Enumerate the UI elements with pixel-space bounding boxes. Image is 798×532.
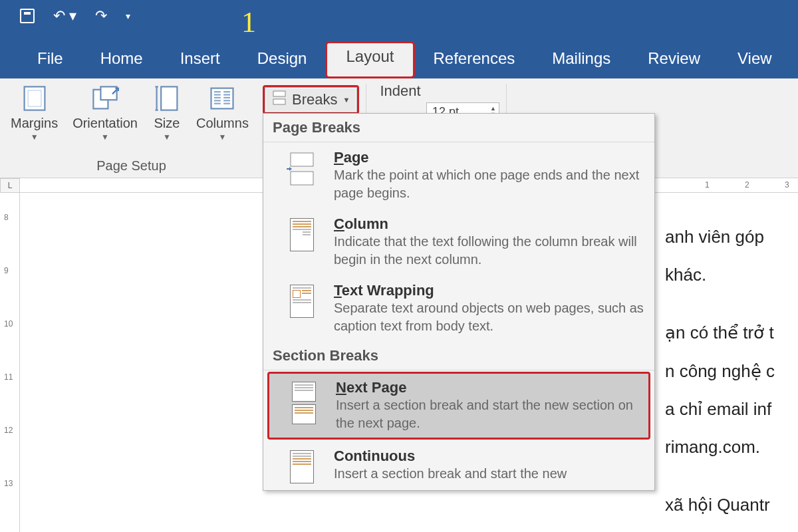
doc-line: khác.	[665, 256, 798, 294]
tab-layout[interactable]: Layout	[325, 41, 414, 78]
breaks-dropdown: Page Breaks Page Mark the point at which…	[263, 113, 655, 491]
menu-item-title: Text Wrapping	[334, 282, 645, 299]
menu-item-title: Page	[334, 149, 645, 166]
ribbon-tabs: File Home Insert Design Layout Reference…	[0, 32, 798, 78]
doc-line: a chỉ email inf	[665, 390, 798, 428]
breaks-button[interactable]: Breaks ▼	[265, 87, 357, 112]
size-icon	[152, 84, 182, 113]
vruler-tick: 9	[4, 266, 9, 275]
vertical-ruler[interactable]: 8 9 10 11 12 13	[0, 193, 20, 532]
svg-rect-19	[273, 91, 285, 96]
undo-button[interactable]: ↶ ▾	[53, 7, 76, 25]
redo-button[interactable]: ↷	[95, 7, 107, 25]
margins-icon	[20, 84, 49, 113]
doc-line: xã hội Quantr	[665, 486, 798, 524]
chevron-down-icon: ▼	[342, 96, 350, 104]
tab-home[interactable]: Home	[82, 40, 162, 78]
step2-highlight: Breaks ▼	[263, 85, 359, 114]
column-break-icon	[282, 215, 322, 269]
margins-button[interactable]: Margins ▼	[7, 82, 62, 143]
tab-references[interactable]: References	[415, 40, 534, 78]
page-break-icon	[282, 149, 322, 202]
breaks-item-continuous[interactable]: Continuous Insert a section break and st…	[263, 441, 654, 490]
menu-item-desc: Indicate that the text following the col…	[334, 233, 645, 269]
tab-mathtype[interactable]: MathType	[791, 40, 798, 78]
ruler-corner: L	[0, 178, 20, 193]
vruler-tick: 11	[4, 372, 13, 382]
margins-label: Margins	[11, 116, 58, 131]
orientation-button[interactable]: Orientation ▼	[68, 82, 142, 143]
next-page-section-icon	[284, 379, 324, 432]
breaks-section-header: Section Breaks	[263, 342, 654, 370]
size-button[interactable]: Size ▼	[148, 82, 186, 143]
chevron-down-icon: ▼	[163, 132, 171, 142]
chevron-down-icon: ▼	[31, 132, 39, 142]
menu-item-desc: Separate text around objects on web page…	[334, 299, 645, 335]
continuous-section-icon	[282, 448, 322, 483]
menu-item-desc: Insert a section break and start the new…	[336, 396, 642, 432]
menu-item-desc: Insert a section break and start the new	[334, 465, 645, 483]
vruler-tick: 10	[4, 319, 13, 329]
text-wrapping-icon	[282, 282, 322, 335]
tab-view[interactable]: View	[719, 40, 791, 78]
svg-rect-21	[291, 153, 313, 166]
chevron-down-icon: ▼	[219, 132, 227, 142]
tab-mailings[interactable]: Mailings	[533, 40, 629, 78]
svg-rect-22	[291, 172, 313, 185]
tab-review[interactable]: Review	[629, 40, 719, 78]
doc-line: ạn có thể trở t	[665, 314, 798, 352]
indent-label: Indent	[380, 82, 420, 100]
doc-line: anh viên góp	[665, 218, 798, 256]
breaks-section-header: Page Breaks	[263, 114, 654, 142]
hruler-tick: 2	[745, 180, 749, 190]
tab-insert[interactable]: Insert	[162, 40, 239, 78]
hruler-tick: 3	[785, 180, 789, 190]
quick-access-toolbar: ↶ ▾ ↷ ▾	[0, 0, 798, 32]
svg-rect-20	[273, 99, 285, 104]
breaks-item-column[interactable]: Column Indicate that the text following …	[263, 209, 654, 275]
vruler-tick: 12	[4, 426, 13, 435]
doc-line: rimang.com.	[665, 428, 798, 466]
svg-rect-4	[161, 86, 177, 110]
columns-label: Columns	[196, 116, 249, 131]
save-icon[interactable]	[20, 9, 35, 23]
tab-file[interactable]: File	[19, 40, 82, 78]
breaks-icon	[272, 90, 287, 109]
doc-line: n công nghệ c	[665, 352, 798, 390]
group-label-page-setup: Page Setup	[7, 158, 256, 176]
document-body-text[interactable]: anh viên góp khác. ạn có thể trở t n côn…	[665, 218, 798, 524]
menu-item-desc: Mark the point at which one page ends an…	[334, 166, 645, 202]
vruler-tick: 8	[4, 213, 9, 222]
tab-design[interactable]: Design	[239, 40, 326, 78]
size-label: Size	[154, 116, 180, 131]
menu-item-title: Next Page	[336, 379, 642, 396]
svg-rect-3	[100, 86, 116, 100]
orientation-label: Orientation	[72, 116, 138, 131]
menu-item-title: Continuous	[334, 448, 645, 465]
chevron-down-icon: ▼	[101, 132, 109, 142]
customize-qat-button[interactable]: ▾	[126, 11, 130, 21]
breaks-item-text-wrapping[interactable]: Text Wrapping Separate text around objec…	[263, 275, 654, 342]
vruler-tick: 13	[4, 479, 13, 488]
menu-item-title: Column	[334, 215, 645, 233]
hruler-tick: 1	[705, 180, 710, 190]
columns-button[interactable]: Columns ▼	[192, 82, 253, 143]
breaks-item-next-page[interactable]: Next Page Insert a section break and sta…	[267, 372, 650, 440]
breaks-label: Breaks	[292, 91, 337, 108]
breaks-item-page[interactable]: Page Mark the point at which one page en…	[263, 142, 654, 209]
step-callout-1: 1	[241, 5, 256, 39]
orientation-icon	[90, 84, 120, 113]
columns-icon	[207, 84, 237, 113]
